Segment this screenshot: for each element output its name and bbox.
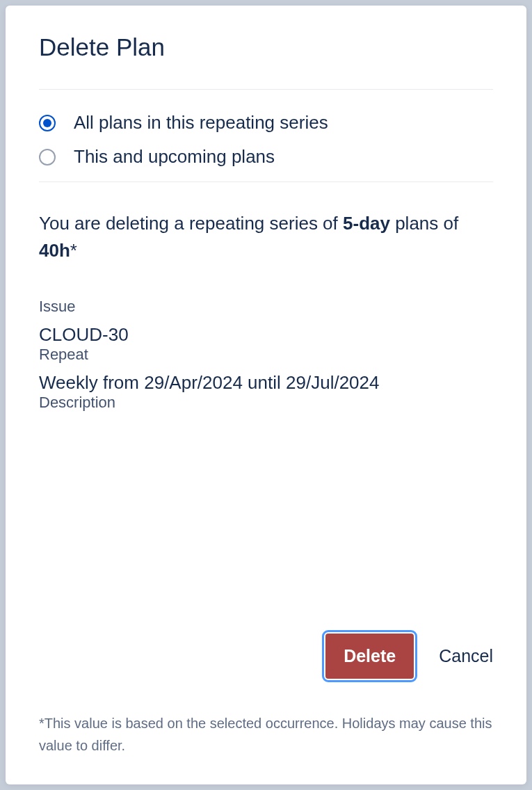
delete-plan-dialog: Delete Plan All plans in this repeating … [6, 6, 526, 784]
repeat-label: Repeat [39, 346, 493, 364]
radio-icon [39, 115, 56, 131]
delete-button[interactable]: Delete [325, 634, 414, 679]
dialog-content: All plans in this repeating series This … [39, 112, 493, 606]
issue-value: CLOUD-30 [39, 324, 493, 346]
field-description: Description [39, 394, 493, 412]
dialog-buttons: Delete Cancel [39, 634, 493, 679]
footnote: *This value is based on the selected occ… [39, 712, 493, 757]
divider-top [39, 89, 493, 90]
field-issue: Issue CLOUD-30 [39, 298, 493, 346]
delete-summary: You are deleting a repeating series of 5… [39, 210, 493, 264]
radio-label-upcoming: This and upcoming plans [74, 146, 275, 168]
summary-duration: 5-day [343, 213, 390, 234]
radio-option-all-series[interactable]: All plans in this repeating series [39, 112, 493, 134]
summary-prefix: You are deleting a repeating series of [39, 213, 343, 234]
description-label: Description [39, 394, 493, 412]
radio-icon [39, 149, 56, 166]
summary-suffix: * [70, 240, 77, 261]
radio-option-upcoming[interactable]: This and upcoming plans [39, 146, 493, 168]
issue-label: Issue [39, 298, 493, 316]
divider-mid [39, 182, 493, 182]
dialog-title: Delete Plan [39, 33, 493, 61]
cancel-button[interactable]: Cancel [439, 634, 493, 679]
radio-label-all: All plans in this repeating series [74, 112, 328, 134]
field-repeat: Repeat Weekly from 29/Apr/2024 until 29/… [39, 346, 493, 394]
summary-mid: plans of [390, 213, 458, 234]
repeat-value: Weekly from 29/Apr/2024 until 29/Jul/202… [39, 372, 493, 394]
scope-radio-group: All plans in this repeating series This … [39, 112, 493, 168]
summary-hours: 40h [39, 240, 70, 261]
